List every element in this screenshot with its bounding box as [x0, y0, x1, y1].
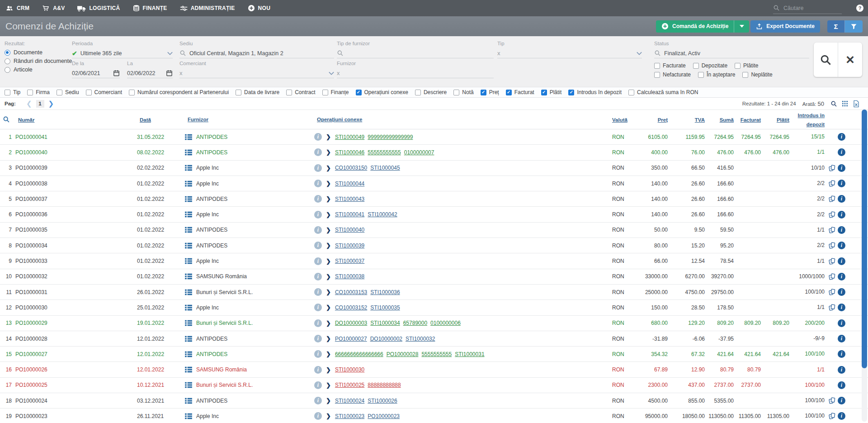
copy-documents-icon[interactable]	[828, 180, 836, 187]
row-info-icon[interactable]: i	[838, 273, 845, 280]
row-info-icon[interactable]: i	[838, 180, 845, 187]
row-info-icon[interactable]: i	[838, 195, 845, 203]
related-document-link[interactable]: STI1000032	[406, 336, 435, 342]
list-icon[interactable]	[185, 398, 192, 404]
related-document-link[interactable]: CO10003150	[335, 165, 367, 171]
order-number[interactable]: PO10000039	[15, 165, 127, 171]
list-icon[interactable]	[185, 304, 192, 311]
grid-view-icon[interactable]	[841, 100, 849, 107]
chevron-right-icon[interactable]: ❯	[326, 413, 331, 419]
option-checkbox-sediu[interactable]: Sediu	[57, 89, 79, 95]
related-document-link[interactable]: STI1000044	[335, 181, 364, 187]
list-icon[interactable]	[185, 289, 192, 295]
related-document-link[interactable]: STI1000037	[335, 258, 364, 264]
list-icon[interactable]	[185, 211, 192, 218]
related-document-link[interactable]: STI1000049	[335, 134, 364, 140]
info-icon[interactable]: i	[314, 397, 322, 404]
list-icon[interactable]	[185, 149, 192, 156]
clear-filters-button[interactable]: ✕	[838, 43, 862, 77]
related-document-link[interactable]: 6666666666666666	[335, 351, 383, 357]
option-checkbox-num-rul-corespondent-al-partenerului[interactable]: Numărul corespondent al Partenerului	[129, 89, 229, 95]
row-info-icon[interactable]: i	[838, 397, 845, 404]
option-checkbox-finan-e[interactable]: Finanțe	[322, 89, 349, 95]
row-info-icon[interactable]: i	[838, 366, 845, 374]
row-info-icon[interactable]: i	[838, 164, 845, 172]
copy-documents-icon[interactable]	[828, 195, 836, 203]
chevron-right-icon[interactable]: ❯	[326, 351, 331, 357]
chevron-right-icon[interactable]: ❯	[326, 382, 331, 389]
list-icon[interactable]	[185, 181, 192, 187]
info-icon[interactable]: i	[314, 350, 322, 358]
copy-documents-icon[interactable]	[828, 397, 836, 404]
new-purchase-order-button[interactable]: Comandă de Achiziție	[656, 20, 734, 33]
related-document-link[interactable]: DO10000003	[335, 320, 367, 326]
info-icon[interactable]: i	[314, 366, 322, 374]
perioada-select[interactable]: ✔ Ultimele 365 zile	[72, 48, 173, 58]
order-number[interactable]: PO10000028	[15, 336, 127, 342]
info-icon[interactable]: i	[314, 164, 322, 172]
list-icon[interactable]	[185, 196, 192, 202]
related-document-link[interactable]: STI1000039	[335, 242, 364, 249]
status-checkbox-nefacturate[interactable]: Nefacturate	[654, 71, 691, 78]
info-icon[interactable]: i	[314, 288, 322, 296]
table-row[interactable]: 17PO1000002510.12.2021Bunuri și Servicii…	[0, 378, 868, 393]
related-document-link[interactable]: STI1000031	[455, 351, 484, 357]
status-checkbox-depozitate[interactable]: Depozitate	[693, 62, 727, 69]
order-number[interactable]: PO10000034	[15, 242, 127, 249]
table-row[interactable]: 6PO1000003601.02.2022Apple Inci❯STI10000…	[0, 207, 868, 222]
clear-x[interactable]: x	[179, 70, 183, 76]
new-purchase-order-dropdown[interactable]	[734, 20, 749, 33]
copy-documents-icon[interactable]	[828, 304, 836, 311]
related-document-link[interactable]: STI1000040	[335, 227, 364, 233]
sort-tva[interactable]: TVA	[695, 117, 705, 123]
list-icon[interactable]	[185, 165, 192, 171]
order-number[interactable]: PO10000027	[15, 351, 127, 357]
menu-item-a&v[interactable]: A&V	[42, 5, 65, 12]
search-icon[interactable]	[830, 100, 837, 107]
table-row[interactable]: 4PO1000003801.02.2022Apple Inci❯STI10000…	[0, 176, 868, 191]
date-to-input[interactable]: 02/06/2022	[127, 68, 173, 78]
apply-search-button[interactable]	[814, 43, 838, 77]
sort-valuta[interactable]: Valută	[612, 117, 627, 123]
related-document-link[interactable]: 999999999999999	[368, 134, 413, 140]
copy-documents-icon[interactable]	[828, 412, 836, 420]
related-document-link[interactable]: STI1000036	[370, 289, 400, 295]
table-row[interactable]: 15PO1000002712.01.2022ANTIPODESi❯6666666…	[0, 347, 868, 362]
info-icon[interactable]: i	[314, 211, 322, 219]
chevron-right-icon[interactable]: ❯	[326, 165, 331, 171]
chevron-right-icon[interactable]: ❯	[326, 258, 331, 265]
menu-item-finane[interactable]: FINANȚE	[133, 5, 167, 12]
info-icon[interactable]: i	[314, 412, 322, 420]
option-checkbox-not-[interactable]: Notă	[453, 89, 473, 95]
row-info-icon[interactable]: i	[838, 288, 845, 296]
order-number[interactable]: PO10000023	[15, 413, 127, 419]
order-number[interactable]: PO10000026	[15, 366, 127, 373]
list-icon[interactable]	[185, 242, 192, 249]
chevron-right-icon[interactable]: ❯	[326, 227, 331, 233]
row-info-icon[interactable]: i	[838, 335, 845, 342]
copy-documents-icon[interactable]	[828, 273, 836, 280]
table-row[interactable]: 11PO1000003126.01.2022Bunuri și Servicii…	[0, 285, 868, 300]
option-checkbox-calculeaz-suma-n-ron[interactable]: Calculează suma în RON	[628, 89, 698, 95]
chevron-right-icon[interactable]: ❯	[326, 304, 331, 311]
menu-item-crm[interactable]: CRM	[5, 5, 29, 12]
option-checkbox-firma[interactable]: Firma	[27, 89, 50, 95]
calendar-icon[interactable]	[166, 70, 173, 76]
related-document-link[interactable]: 55555555555	[368, 149, 401, 156]
related-document-link[interactable]: 0100000006	[430, 320, 461, 326]
table-row[interactable]: 19PO1000002326.11.2021Apple Inci❯STI1000…	[0, 409, 868, 423]
info-icon[interactable]: i	[314, 242, 322, 249]
info-icon[interactable]: i	[314, 226, 322, 234]
status-checkbox-nepl-tite[interactable]: Neplătite	[742, 71, 772, 78]
status-checkbox-facturate[interactable]: Facturate	[654, 62, 686, 69]
chevron-right-icon[interactable]: ❯	[326, 289, 331, 295]
chevron-right-icon[interactable]: ❯	[326, 320, 331, 327]
row-info-icon[interactable]: i	[838, 412, 845, 420]
table-search-icon[interactable]	[0, 116, 14, 123]
tip-de-furnizor-input[interactable]	[337, 48, 494, 58]
related-document-link[interactable]: STI1000038	[335, 273, 364, 280]
order-number[interactable]: PO10000037	[15, 196, 127, 202]
option-checkbox-opera-iuni-conexe[interactable]: Operațiuni conexe	[356, 89, 408, 95]
filter-button[interactable]	[845, 20, 863, 33]
related-document-link[interactable]: 65789000	[403, 320, 427, 326]
